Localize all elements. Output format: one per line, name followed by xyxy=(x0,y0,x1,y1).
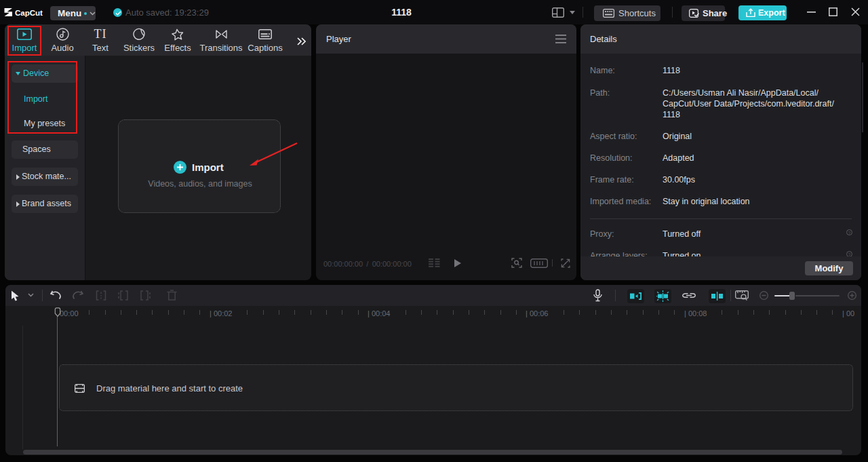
svg-text:CapCut: CapCut xyxy=(15,9,43,17)
